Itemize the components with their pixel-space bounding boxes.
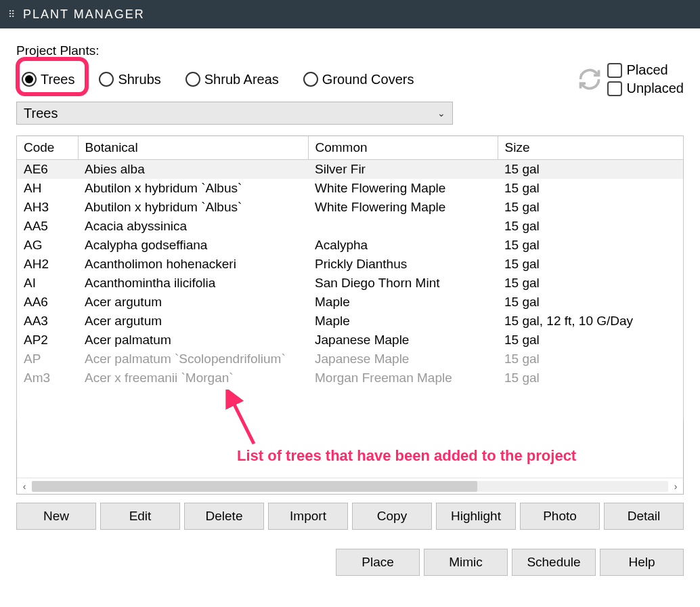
scroll-track[interactable] xyxy=(32,481,668,492)
cell-code: AE6 xyxy=(17,160,78,180)
cell-code: AH2 xyxy=(17,255,78,274)
table-row[interactable]: Am3Acer x freemanii `Morgan`Morgan Freem… xyxy=(17,369,683,388)
checkbox-label: Placed xyxy=(626,62,668,78)
radio-circle-icon xyxy=(303,72,318,87)
checkbox-icon xyxy=(607,63,622,78)
schedule-button[interactable]: Schedule xyxy=(512,549,596,576)
highlight-button[interactable]: Highlight xyxy=(436,503,516,530)
col-header-size[interactable]: Size xyxy=(498,136,683,160)
bottom-button-row: Place Mimic Schedule Help xyxy=(16,549,684,576)
checkbox-placed[interactable]: Placed xyxy=(607,62,684,78)
cell-common: White Flowering Maple xyxy=(308,179,498,198)
cell-common: Maple xyxy=(308,312,498,331)
place-button[interactable]: Place xyxy=(336,549,420,576)
radio-label: Trees xyxy=(41,72,74,87)
cell-code: AI xyxy=(17,274,78,293)
cell-botanical: Acantholimon hohenackeri xyxy=(78,255,308,274)
dropdown-value: Trees xyxy=(24,106,58,121)
checkbox-unplaced[interactable]: Unplaced xyxy=(607,81,684,96)
cell-code: AP xyxy=(17,350,78,369)
table-row[interactable]: AH2Acantholimon hohenackeriPrickly Diant… xyxy=(17,255,683,274)
scroll-right-arrow-icon[interactable]: › xyxy=(668,481,683,492)
cell-size: 15 gal xyxy=(498,274,683,293)
cell-botanical: Abies alba xyxy=(78,160,308,180)
cell-size: 15 gal xyxy=(498,293,683,312)
new-button[interactable]: New xyxy=(16,503,96,530)
cell-common: White Flowering Maple xyxy=(308,198,498,217)
table-row[interactable]: AA6Acer argutumMaple15 gal xyxy=(17,293,683,312)
table-row[interactable]: AGAcalypha godseffianaAcalypha15 gal xyxy=(17,236,683,255)
cell-common: Japanese Maple xyxy=(308,331,498,350)
detail-button[interactable]: Detail xyxy=(604,503,684,530)
title-bar[interactable]: ⠿ PLANT MANAGER xyxy=(0,0,700,28)
table-row[interactable]: APAcer palmatum `Scolopendrifolium`Japan… xyxy=(17,350,683,369)
cell-size: 15 gal xyxy=(498,236,683,255)
cell-code: AH3 xyxy=(17,198,78,217)
plant-table[interactable]: Code Botanical Common Size AE6Abies alba… xyxy=(17,136,683,388)
window-title: PLANT MANAGER xyxy=(23,7,145,22)
cell-size: 15 gal, 12 ft, 10 G/Day xyxy=(498,312,683,331)
section-label: Project Plants: xyxy=(16,43,684,58)
cell-botanical: Acer palmatum xyxy=(78,331,308,350)
col-header-botanical[interactable]: Botanical xyxy=(78,136,308,160)
table-row[interactable]: AIAcanthomintha ilicifoliaSan Diego Thor… xyxy=(17,274,683,293)
horizontal-scrollbar[interactable]: ‹ › xyxy=(17,478,683,494)
table-row[interactable]: AA3Acer argutumMaple15 gal, 12 ft, 10 G/… xyxy=(17,312,683,331)
import-button[interactable]: Import xyxy=(268,503,348,530)
delete-button[interactable]: Delete xyxy=(184,503,264,530)
table-row[interactable]: AA5Acacia abyssinica15 gal xyxy=(17,217,683,236)
cell-common: Maple xyxy=(308,293,498,312)
action-button-row: New Edit Delete Import Copy Highlight Ph… xyxy=(16,503,684,530)
cell-size: 15 gal xyxy=(498,255,683,274)
copy-button[interactable]: Copy xyxy=(352,503,432,530)
cell-size: 15 gal xyxy=(498,369,683,388)
cell-code: AH xyxy=(17,179,78,198)
cell-common xyxy=(308,217,498,236)
plant-type-radios: Trees Shrubs Shrub Areas Ground Covers xyxy=(16,62,684,96)
cell-botanical: Acanthomintha ilicifolia xyxy=(78,274,308,293)
cell-botanical: Acacia abyssinica xyxy=(78,217,308,236)
checkbox-icon xyxy=(607,81,622,96)
table-row[interactable]: AH3Abutilon x hybridum `Albus`White Flow… xyxy=(17,198,683,217)
cell-size: 15 gal xyxy=(498,198,683,217)
mimic-button[interactable]: Mimic xyxy=(424,549,508,576)
refresh-icon[interactable] xyxy=(577,67,602,91)
cell-code: AA3 xyxy=(17,312,78,331)
cell-size: 15 gal xyxy=(498,160,683,180)
cell-size: 15 gal xyxy=(498,350,683,369)
cell-botanical: Acalypha godseffiana xyxy=(78,236,308,255)
table-row[interactable]: AE6Abies albaSilver Fir15 gal xyxy=(17,160,683,180)
plant-table-container: Code Botanical Common Size AE6Abies alba… xyxy=(16,135,684,495)
radio-label: Ground Covers xyxy=(322,72,414,87)
table-row[interactable]: AP2Acer palmatumJapanese Maple15 gal xyxy=(17,331,683,350)
table-row[interactable]: AHAbutilon x hybridum `Albus`White Flowe… xyxy=(17,179,683,198)
scroll-thumb[interactable] xyxy=(32,481,477,492)
edit-button[interactable]: Edit xyxy=(100,503,180,530)
radio-shrubs[interactable]: Shrubs xyxy=(99,72,160,87)
radio-label: Shrub Areas xyxy=(204,72,279,87)
category-dropdown[interactable]: Trees ⌄ xyxy=(16,102,453,125)
cell-botanical: Abutilon x hybridum `Albus` xyxy=(78,179,308,198)
checkbox-label: Unplaced xyxy=(626,81,684,96)
cell-code: Am3 xyxy=(17,369,78,388)
scroll-left-arrow-icon[interactable]: ‹ xyxy=(17,481,32,492)
radio-trees[interactable]: Trees xyxy=(22,72,74,87)
cell-size: 15 gal xyxy=(498,217,683,236)
col-header-code[interactable]: Code xyxy=(17,136,78,160)
col-header-common[interactable]: Common xyxy=(308,136,498,160)
table-header-row: Code Botanical Common Size xyxy=(17,136,683,160)
cell-code: AP2 xyxy=(17,331,78,350)
cell-size: 15 gal xyxy=(498,331,683,350)
radio-shrub-areas[interactable]: Shrub Areas xyxy=(185,72,279,87)
cell-common: Japanese Maple xyxy=(308,350,498,369)
cell-botanical: Acer palmatum `Scolopendrifolium` xyxy=(78,350,308,369)
fade-overlay xyxy=(18,390,682,471)
cell-size: 15 gal xyxy=(498,179,683,198)
radio-label: Shrubs xyxy=(118,72,160,87)
cell-code: AG xyxy=(17,236,78,255)
help-button[interactable]: Help xyxy=(600,549,684,576)
radio-ground-covers[interactable]: Ground Covers xyxy=(303,72,414,87)
cell-code: AA5 xyxy=(17,217,78,236)
chevron-down-icon: ⌄ xyxy=(437,108,445,119)
photo-button[interactable]: Photo xyxy=(520,503,600,530)
